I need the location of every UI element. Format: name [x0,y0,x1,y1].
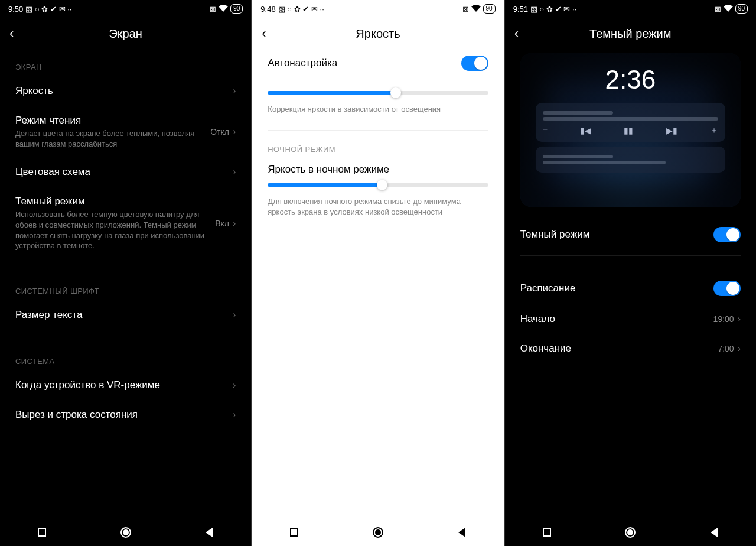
page-title: Яркость [278,27,477,41]
pause-icon: ▮▮ [624,126,633,135]
row-brightness-label: Яркость [15,84,233,98]
row-color-scheme[interactable]: Цветовая схема › [15,157,236,187]
back-button[interactable]: ‹ [514,26,531,41]
row-vr-label: Когда устройство в VR-режиме [15,379,233,392]
chevron-right-icon: › [233,126,236,137]
playlist-icon: ≡ [543,126,548,135]
nav-back-button[interactable] [696,528,732,537]
header: ‹ Яркость [252,18,503,53]
wifi-icon [724,5,733,14]
row-reading-label: Режим чтения [15,114,210,127]
section-font: СИСТЕМНЫЙ ШРИФТ [15,277,236,300]
divider [268,130,488,131]
panel-dark-mode: 9:51 ▧ ○ ✿ ✔ ✉ ·· ⊠ 90 ‹ Темный режим 2:… [505,0,756,546]
nav-recents-button[interactable] [276,528,312,537]
nav-back-button[interactable] [444,528,480,537]
night-hint: Для включения ночного режима снизьте до … [268,193,488,228]
row-colorscheme-label: Цветовая схема [15,165,233,178]
panel-brightness: 9:48 ▧ ○ ✿ ✔ ✉ ·· ⊠ 90 ‹ Яркость Автонас… [252,0,503,546]
schedule-toggle[interactable] [713,281,741,296]
row-vr-mode[interactable]: Когда устройство в VR-режиме › [15,370,236,400]
section-screen: ЭКРАН [15,53,236,76]
header: ‹ Экран [0,18,251,53]
nav-recents-button[interactable] [529,528,565,537]
row-reading-sub: Делает цвета на экране более теплыми, по… [15,128,210,149]
brightness-hint: Коррекция яркости в зависимости от освещ… [268,100,488,125]
row-schedule-toggle: Расписание [520,272,741,304]
nav-home-button[interactable] [360,527,396,538]
row-schedule-end[interactable]: Окончание 7:00 › [520,334,741,363]
row-darkmode-label: Темный режим [15,195,215,208]
header: ‹ Темный режим [505,18,756,53]
prev-track-icon: ▮◀ [580,126,591,135]
auto-brightness-toggle[interactable] [461,56,488,71]
nav-home-button[interactable] [108,527,144,538]
section-system: СИСТЕМА [15,347,236,370]
battery-icon: 90 [230,4,243,14]
dark-mode-toggle[interactable] [713,227,741,242]
statusbar: 9:50 ▧ ○ ✿ ✔ ✉ ·· ⊠ 90 [0,0,251,18]
navbar [0,519,251,546]
no-sim-icon: ⊠ [715,5,721,14]
row-textsize-label: Размер текста [15,308,233,321]
page-title: Темный режим [531,27,730,41]
status-icons-left: ▧ ○ ✿ ✔ ✉ ·· [530,5,576,14]
row-reading-value: Откл [210,127,229,136]
night-brightness-label: Яркость в ночном режиме [268,158,488,176]
chevron-right-icon: › [233,218,236,229]
row-darkmode-sub: Использовать более темную цветовую палит… [15,209,215,251]
back-button[interactable]: ‹ [262,26,278,41]
row-brightness[interactable]: Яркость › [15,76,236,106]
chevron-right-icon: › [233,410,236,420]
next-track-icon: ▶▮ [666,126,677,135]
dark-mode-preview: 2:36 ≡ ▮◀ ▮▮ ▶▮ ＋ [520,53,741,207]
battery-icon: 90 [483,4,496,14]
section-night: НОЧНОЙ РЕЖИМ [268,135,488,158]
plus-icon: ＋ [710,125,718,136]
chevron-right-icon: › [738,343,741,354]
row-notch[interactable]: Вырез и строка состояния › [15,400,236,430]
row-darkmode-value: Вкл [215,219,229,228]
page-title: Экран [26,27,225,41]
nav-home-button[interactable] [612,527,648,538]
row-auto-brightness: Автонастройка [268,53,488,79]
status-icons-left: ▧ ○ ✿ ✔ ✉ ·· [278,5,324,14]
night-brightness-slider[interactable] [268,183,488,187]
no-sim-icon: ⊠ [210,5,216,14]
back-button[interactable]: ‹ [9,26,26,41]
row-dark-mode-toggle: Темный режим [520,219,741,251]
auto-label: Автонастройка [268,57,461,70]
wifi-icon [219,5,228,14]
nav-back-button[interactable] [191,528,227,537]
preview-media-card: ≡ ▮◀ ▮▮ ▶▮ ＋ [536,103,725,142]
row-notch-label: Вырез и строка состояния [15,408,233,421]
row-dark-mode[interactable]: Темный режим Использовать более темную ц… [15,187,236,259]
navbar [252,519,503,546]
panel-screen-settings: 9:50 ▧ ○ ✿ ✔ ✉ ·· ⊠ 90 ‹ Экран ЭКРАН Ярк… [0,0,251,546]
wifi-icon [471,5,481,14]
clock: 9:50 [8,5,23,14]
clock: 9:48 [260,5,275,14]
chevron-right-icon: › [233,86,236,96]
row-reading-mode[interactable]: Режим чтения Делает цвета на экране боле… [15,106,236,157]
chevron-right-icon: › [233,380,236,391]
preview-notification-card [536,147,725,173]
preview-clock: 2:36 [520,65,741,95]
brightness-slider[interactable] [268,91,488,95]
chevron-right-icon: › [738,314,741,324]
schedule-label: Расписание [520,282,713,295]
no-sim-icon: ⊠ [462,5,469,14]
chevron-right-icon: › [233,167,236,177]
divider [520,255,741,256]
row-text-size[interactable]: Размер текста › [15,300,236,330]
statusbar: 9:48 ▧ ○ ✿ ✔ ✉ ·· ⊠ 90 [252,0,503,18]
end-value: 7:00 [718,344,734,353]
nav-recents-button[interactable] [24,528,60,537]
status-icons-left: ▧ ○ ✿ ✔ ✉ ·· [25,5,71,14]
chevron-right-icon: › [233,310,236,320]
row-schedule-start[interactable]: Начало 19:00 › [520,304,741,334]
navbar [505,519,756,546]
start-value: 19:00 [713,314,734,324]
clock: 9:51 [513,5,528,14]
battery-icon: 90 [735,4,748,14]
